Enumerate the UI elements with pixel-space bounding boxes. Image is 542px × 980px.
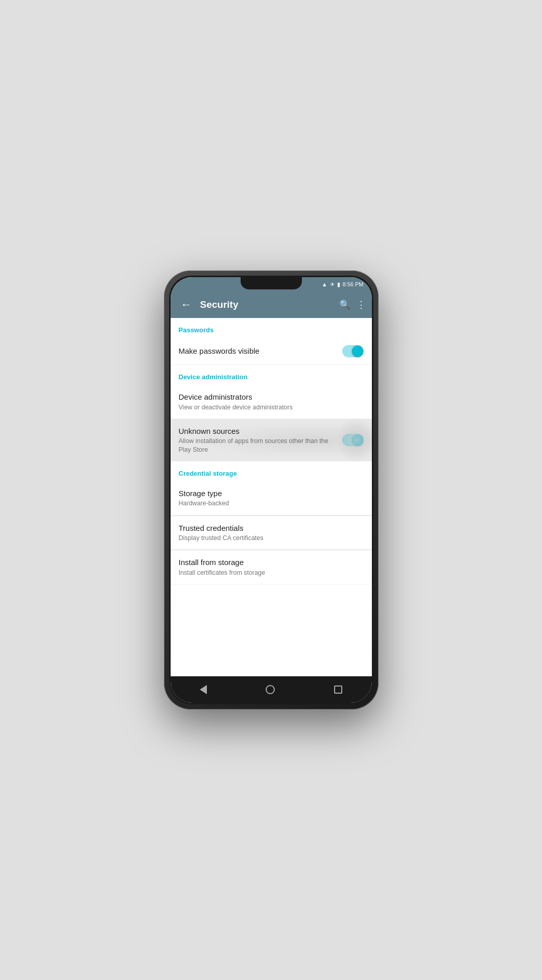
storage-type-title: Storage type: [179, 488, 358, 499]
device-admin-section: Device administration Device administrat…: [171, 365, 372, 461]
search-icon[interactable]: 🔍: [339, 299, 350, 310]
make-passwords-visible-toggle[interactable]: [342, 345, 364, 357]
toolbar: ← Security 🔍 ⋮: [171, 291, 372, 318]
install-from-storage-subtitle: Install certificates from storage: [179, 569, 358, 577]
install-from-storage-item[interactable]: Install from storage Install certificate…: [171, 550, 372, 584]
toolbar-actions: 🔍 ⋮: [339, 299, 366, 310]
airplane-icon: ✈: [330, 281, 335, 288]
phone-inner: ▲ ✈ ▮ 8:56 PM ← Security 🔍 ⋮ Pass: [169, 276, 373, 704]
passwords-section: Passwords Make passwords visible: [171, 318, 372, 365]
toggle-thumb-2: [352, 434, 363, 446]
device-administrators-subtitle: View or deactivate device administrators: [179, 403, 358, 411]
trusted-credentials-subtitle: Display trusted CA certificates: [179, 534, 358, 542]
more-options-icon[interactable]: ⋮: [357, 299, 366, 310]
toggle-thumb: [352, 346, 363, 357]
make-passwords-visible-text: Make passwords visible: [179, 346, 342, 356]
phone-device: ▲ ✈ ▮ 8:56 PM ← Security 🔍 ⋮ Pass: [164, 271, 379, 709]
nav-back-button[interactable]: [200, 685, 207, 694]
unknown-sources-title: Unknown sources: [179, 426, 336, 436]
back-button[interactable]: ←: [177, 294, 196, 315]
passwords-section-header: Passwords: [171, 318, 372, 338]
battery-icon: ▮: [337, 281, 340, 288]
content-area: Passwords Make passwords visible Device …: [171, 318, 372, 676]
nav-home-button[interactable]: [266, 685, 275, 694]
trusted-credentials-title: Trusted credentials: [179, 523, 358, 533]
make-passwords-visible-item[interactable]: Make passwords visible: [171, 338, 372, 365]
device-administrators-item[interactable]: Device administrators View or deactivate…: [171, 385, 372, 419]
device-administrators-text: Device administrators View or deactivate…: [179, 392, 364, 411]
storage-type-text: Storage type Hardware-backed: [179, 488, 364, 508]
credential-storage-section: Credential storage Storage type Hardware…: [171, 461, 372, 584]
credential-storage-section-header: Credential storage: [171, 461, 372, 481]
device-admin-section-header: Device administration: [171, 365, 372, 385]
phone-screen: ▲ ✈ ▮ 8:56 PM ← Security 🔍 ⋮ Pass: [171, 277, 372, 703]
nav-recent-button[interactable]: [334, 685, 342, 694]
unknown-sources-subtitle: Allow installation of apps from sources …: [179, 437, 336, 454]
trusted-credentials-text: Trusted credentials Display trusted CA c…: [179, 523, 364, 543]
make-passwords-visible-title: Make passwords visible: [179, 346, 336, 356]
install-from-storage-text: Install from storage Install certificate…: [179, 557, 364, 577]
trusted-credentials-item[interactable]: Trusted credentials Display trusted CA c…: [171, 516, 372, 550]
wifi-icon: ▲: [322, 281, 327, 287]
status-time: 8:56 PM: [343, 281, 364, 287]
install-from-storage-title: Install from storage: [179, 557, 358, 568]
unknown-sources-item[interactable]: Unknown sources Allow installation of ap…: [171, 419, 372, 461]
unknown-sources-toggle[interactable]: [342, 434, 364, 446]
storage-type-subtitle: Hardware-backed: [179, 499, 358, 507]
device-administrators-title: Device administrators: [179, 392, 358, 402]
notch: [241, 277, 302, 289]
unknown-sources-text: Unknown sources Allow installation of ap…: [179, 426, 342, 454]
bottom-nav: [171, 676, 372, 703]
status-icons: ▲ ✈ ▮ 8:56 PM: [322, 281, 364, 288]
storage-type-item[interactable]: Storage type Hardware-backed: [171, 481, 372, 516]
page-title: Security: [200, 299, 339, 310]
